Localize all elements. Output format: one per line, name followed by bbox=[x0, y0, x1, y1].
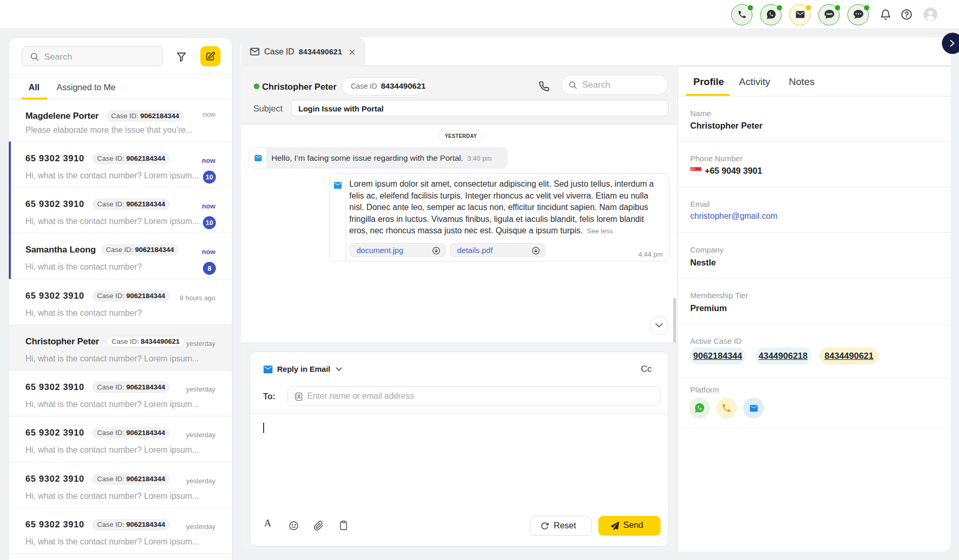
svg-text:SMS: SMS bbox=[826, 12, 832, 16]
